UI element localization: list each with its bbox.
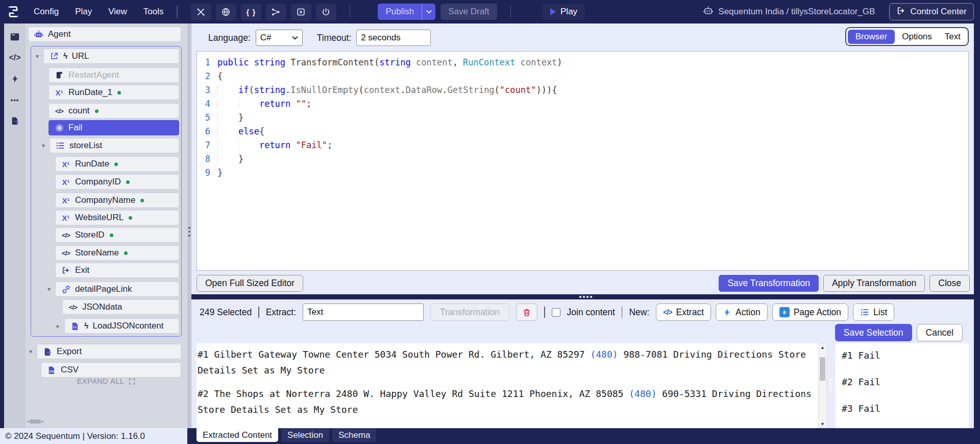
caret-down-icon[interactable]: ▾ xyxy=(39,142,47,149)
codetag-icon: </> xyxy=(61,231,71,239)
view-tab-browser[interactable]: Browser xyxy=(848,30,895,44)
braces-icon[interactable]: { } xyxy=(241,4,261,20)
publish-label[interactable]: Publish xyxy=(378,4,422,20)
tree-item-RunDate[interactable]: X¹RunDate xyxy=(55,156,179,172)
power-icon[interactable] xyxy=(316,4,336,20)
caret-down-icon[interactable]: ▾ xyxy=(27,348,35,355)
new-extract-button[interactable]: </>Extract xyxy=(656,303,711,321)
status-dot xyxy=(95,109,99,113)
tree-item-URL[interactable]: ▾ϟURL xyxy=(33,49,179,64)
dynamic-bolt-icon: ϟ xyxy=(84,321,88,331)
status-dot xyxy=(124,251,128,255)
extracted-content-view[interactable]: #1 Gilbert Gateway Towne Center 5034 Sou… xyxy=(197,343,818,428)
tree-item-StoreName[interactable]: </>StoreName xyxy=(55,245,179,261)
tree-item-Fail[interactable]: Fail xyxy=(48,120,179,135)
code-lines: 1public string TransformContent(string c… xyxy=(197,56,968,180)
tab-extracted-content[interactable]: Extracted Content xyxy=(197,428,278,442)
workflow-icon[interactable] xyxy=(266,4,286,20)
close-button[interactable]: Close xyxy=(929,275,970,292)
language-label: Language: xyxy=(208,33,251,43)
browser-icon[interactable] xyxy=(8,31,21,43)
play-button[interactable]: Play xyxy=(543,4,585,20)
caret-down-icon[interactable]: ▾ xyxy=(33,53,41,60)
publish-dropdown-caret-icon[interactable] xyxy=(422,4,435,20)
tree-item-RunDate_1[interactable]: X¹RunDate_1 xyxy=(48,85,179,100)
content-scrollbar[interactable]: ▲ ▼ xyxy=(818,343,827,428)
menu-config[interactable]: Config xyxy=(34,7,59,17)
apply-transformation-button[interactable]: Apply Transformation xyxy=(823,275,925,292)
publish-button[interactable]: Publish xyxy=(378,4,435,20)
save-draft-button[interactable]: Save Draft xyxy=(440,4,497,20)
horizontal-splitter[interactable] xyxy=(191,294,974,299)
menu-play[interactable]: Play xyxy=(75,7,92,17)
tree-item-CompanyName[interactable]: X¹CompanyName xyxy=(55,193,179,208)
caret-right-icon[interactable]: ▸ xyxy=(54,322,62,330)
vertical-splitter[interactable] xyxy=(187,24,191,428)
menu-tools[interactable]: Tools xyxy=(143,7,164,17)
doccode-icon xyxy=(70,321,80,331)
expand-all-button[interactable]: EXPAND ALL xyxy=(26,377,187,385)
save-transformation-button[interactable]: Save Transformation xyxy=(719,275,818,292)
language-select[interactable]: C# xyxy=(256,30,303,46)
robot-icon xyxy=(703,5,714,18)
tree-item-CSV[interactable]: CSVCSV xyxy=(41,362,181,378)
app-logo-icon[interactable] xyxy=(4,3,22,21)
bolt-icon[interactable] xyxy=(8,73,21,85)
caret-down-icon[interactable]: ▾ xyxy=(45,286,53,293)
tab-schema[interactable]: Schema xyxy=(332,428,376,442)
more-icon[interactable]: ••• xyxy=(8,94,21,106)
control-center-button[interactable]: Control Center xyxy=(889,3,974,20)
scroll-left-icon[interactable]: ◂ xyxy=(27,419,29,424)
tree-panel: EXPAND ALL ◂ ▸ Agent▾ϟURLRestartAgentX¹R… xyxy=(26,24,187,428)
scroll-icon xyxy=(54,71,64,80)
tree-item-LoadJSONcontent[interactable]: ▸ϟLoadJSONcontent xyxy=(54,318,179,334)
tree-item-count[interactable]: </>count xyxy=(48,103,179,119)
link-icon xyxy=(61,285,71,294)
csv-icon: CSV xyxy=(46,365,57,375)
frame-x-icon[interactable] xyxy=(291,4,311,20)
scrollbar-thumb[interactable] xyxy=(30,419,41,424)
scroll-right-icon[interactable]: ▸ xyxy=(42,419,44,424)
tree-item-Export[interactable]: ▾Export xyxy=(27,344,181,359)
export-icon[interactable] xyxy=(8,114,21,127)
globe-icon[interactable] xyxy=(216,4,236,20)
view-tab-options[interactable]: Options xyxy=(896,30,938,43)
status-dot xyxy=(114,162,118,166)
tree-item-Exit[interactable]: Exit xyxy=(55,263,179,278)
new-list-button[interactable]: List xyxy=(853,303,894,321)
results-panel[interactable]: #1 Fail#2 Fail#3 Fail xyxy=(836,343,969,428)
toolbar-divider xyxy=(350,6,351,18)
open-full-editor-button[interactable]: Open Full Sized Editor xyxy=(197,275,303,292)
new-action-button[interactable]: Action xyxy=(716,303,768,321)
tree-item-WebsiteURL[interactable]: X¹WebsiteURL xyxy=(55,210,179,225)
tree-item-StoreID[interactable]: </>StoreID xyxy=(55,227,179,243)
content-splitter-handle[interactable] xyxy=(829,379,831,391)
tree-item-detailPageLink[interactable]: ▾detailPageLink xyxy=(45,282,179,297)
scroll-up-icon[interactable]: ▲ xyxy=(819,345,826,350)
tree-horizontal-scrollbar[interactable]: ◂ ▸ xyxy=(27,419,44,424)
new-page-action-button[interactable]: Page Action xyxy=(772,303,848,321)
tools-icon[interactable] xyxy=(191,4,211,20)
x1-icon: X¹ xyxy=(61,214,71,222)
extract-input[interactable] xyxy=(303,303,424,321)
tree-item-RestartAgent[interactable]: RestartAgent xyxy=(48,67,179,83)
cancel-button[interactable]: Cancel xyxy=(917,324,963,341)
menu-view[interactable]: View xyxy=(108,7,127,17)
delete-button[interactable] xyxy=(516,303,537,321)
tree-item-CompanyID[interactable]: X¹CompanyID xyxy=(55,174,179,190)
left-icon-rail: </>••• xyxy=(4,24,26,428)
tree-item-storeList[interactable]: ▾storeList xyxy=(39,138,179,153)
new-label: New: xyxy=(629,307,649,318)
scroll-down-icon[interactable]: ▼ xyxy=(819,422,826,427)
code-editor[interactable]: 1public string TransformContent(string c… xyxy=(197,51,969,271)
scrollbar-thumb[interactable] xyxy=(820,357,825,381)
tab-selection[interactable]: Selection xyxy=(281,428,329,442)
tree-item-JSONdata[interactable]: </>JSONdata xyxy=(62,299,179,315)
code-icon[interactable]: </> xyxy=(8,52,21,64)
timeout-input[interactable] xyxy=(356,30,431,46)
tree-item-Agent[interactable]: Agent xyxy=(28,27,181,42)
join-content-checkbox[interactable] xyxy=(552,308,560,317)
transformation-button[interactable]: Transformation xyxy=(430,303,509,321)
view-tab-text[interactable]: Text xyxy=(939,30,966,43)
save-selection-button[interactable]: Save Selection xyxy=(835,324,912,341)
